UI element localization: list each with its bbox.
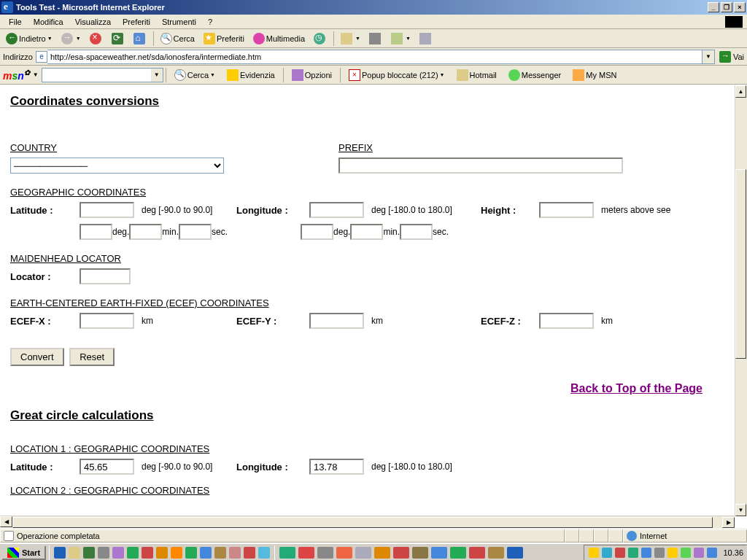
tray-icon-2[interactable] xyxy=(602,548,612,558)
ql-app3-icon[interactable] xyxy=(142,547,153,559)
msn-messenger-button[interactable]: Messenger xyxy=(504,68,565,82)
lat-min-input[interactable] xyxy=(129,224,162,240)
ecefz-input[interactable] xyxy=(539,313,594,329)
prefix-input[interactable] xyxy=(338,158,623,174)
ql-desktop-icon[interactable] xyxy=(83,547,95,559)
ecefy-input[interactable] xyxy=(309,313,364,329)
ql-app10-icon[interactable] xyxy=(244,547,255,559)
minimize-button[interactable]: _ xyxy=(708,2,719,12)
menu-edit[interactable]: Modifica xyxy=(28,16,69,28)
latitude-input[interactable] xyxy=(80,202,134,218)
task-excel-icon[interactable] xyxy=(279,547,295,559)
multimedia-button[interactable]: Multimedia xyxy=(249,31,309,47)
task-app6-icon[interactable] xyxy=(412,547,428,559)
scroll-up-button[interactable]: ▲ xyxy=(735,85,746,98)
locator-input[interactable] xyxy=(80,268,131,284)
menu-help[interactable]: ? xyxy=(202,16,218,28)
country-select[interactable]: ─────────── xyxy=(10,158,224,174)
lon-sec-input[interactable] xyxy=(400,224,433,240)
gc-lon-input[interactable] xyxy=(309,459,364,475)
ql-ie-icon[interactable] xyxy=(54,547,66,559)
ql-app6-icon[interactable] xyxy=(185,547,197,559)
tray-icon-10[interactable] xyxy=(707,548,717,558)
task-app3-icon[interactable] xyxy=(355,547,371,559)
tray-icon-5[interactable] xyxy=(641,548,651,558)
print-button[interactable] xyxy=(365,31,386,47)
msn-search-input[interactable] xyxy=(42,68,151,82)
scroll-thumb-h[interactable] xyxy=(12,517,713,528)
stop-button[interactable] xyxy=(86,31,107,47)
msn-mymsn-button[interactable]: My MSN xyxy=(568,68,621,82)
task-app1-icon[interactable] xyxy=(317,547,333,559)
menu-tools[interactable]: Strumenti xyxy=(156,16,202,28)
lat-deg-input[interactable] xyxy=(80,224,112,240)
scroll-down-button[interactable]: ▼ xyxy=(735,504,746,516)
close-button[interactable]: × xyxy=(734,2,746,12)
ql-explorer-icon[interactable] xyxy=(98,547,109,559)
clock[interactable]: 10.36 xyxy=(723,548,743,557)
ql-app2-icon[interactable] xyxy=(127,547,139,559)
tray-icon-8[interactable] xyxy=(681,548,691,558)
task-app4-icon[interactable] xyxy=(374,547,390,559)
lon-min-input[interactable] xyxy=(350,224,383,240)
ql-outlook-icon[interactable] xyxy=(69,547,80,559)
ecefx-input[interactable] xyxy=(80,313,134,329)
address-input[interactable] xyxy=(47,50,703,64)
convert-button[interactable]: Convert xyxy=(10,348,64,366)
ql-app5-icon[interactable] xyxy=(171,547,182,559)
start-button[interactable]: Start xyxy=(1,545,46,560)
back-to-top-link[interactable]: Back to Top of the Page xyxy=(570,382,703,394)
mail-button[interactable]: ▼ xyxy=(337,31,364,47)
msn-options-button[interactable]: Opzioni xyxy=(287,68,336,82)
scroll-right-button[interactable]: ▶ xyxy=(722,517,735,528)
history-button[interactable] xyxy=(310,31,330,47)
search-button[interactable]: Cerca xyxy=(157,31,198,47)
scroll-left-button[interactable]: ◀ xyxy=(0,516,12,527)
reset-button[interactable]: Reset xyxy=(69,348,115,366)
msn-search-button[interactable]: Cerca ▼ xyxy=(170,68,220,82)
lon-deg-input[interactable] xyxy=(301,224,333,240)
horizontal-scrollbar[interactable]: ◀ ▶ xyxy=(0,516,735,528)
tray-icon-4[interactable] xyxy=(628,548,638,558)
task-ie-icon[interactable] xyxy=(507,547,523,559)
menu-file[interactable]: File xyxy=(3,16,28,28)
address-dropdown[interactable]: ▼ xyxy=(703,50,715,64)
lat-sec-input[interactable] xyxy=(179,224,212,240)
ql-app8-icon[interactable] xyxy=(214,547,226,559)
task-app10-icon[interactable] xyxy=(488,547,504,559)
forward-button[interactable]: ▼ xyxy=(58,31,85,47)
ql-app11-icon[interactable] xyxy=(258,547,270,559)
edit-button[interactable]: ▼ xyxy=(387,31,414,47)
menu-favorites[interactable]: Preferiti xyxy=(117,16,156,28)
tray-icon-1[interactable] xyxy=(589,548,599,558)
ql-app7-icon[interactable] xyxy=(200,547,212,559)
refresh-button[interactable] xyxy=(108,31,128,47)
discuss-button[interactable] xyxy=(416,31,436,47)
height-input[interactable] xyxy=(539,202,594,218)
tray-icon-6[interactable] xyxy=(654,548,665,558)
scroll-thumb[interactable] xyxy=(735,169,746,359)
ql-app1-icon[interactable] xyxy=(112,547,124,559)
tray-icon-9[interactable] xyxy=(694,548,704,558)
msn-highlight-button[interactable]: Evidenzia xyxy=(222,68,279,82)
task-app7-icon[interactable] xyxy=(431,547,447,559)
task-app2-icon[interactable] xyxy=(336,547,352,559)
go-button[interactable]: Vai xyxy=(719,51,744,63)
ql-app9-icon[interactable] xyxy=(229,547,241,559)
vertical-scrollbar[interactable]: ▲ ▼ xyxy=(735,85,747,516)
tray-icon-7[interactable] xyxy=(667,548,678,558)
tray-icon-3[interactable] xyxy=(615,548,625,558)
maximize-button[interactable]: ❐ xyxy=(721,2,732,12)
favorites-button[interactable]: Preferiti xyxy=(200,31,248,47)
gc-lat-input[interactable] xyxy=(80,459,134,475)
task-app9-icon[interactable] xyxy=(469,547,485,559)
longitude-input[interactable] xyxy=(309,202,364,218)
back-button[interactable]: Indietro ▼ xyxy=(2,31,56,47)
home-button[interactable] xyxy=(130,31,150,47)
ql-app4-icon[interactable] xyxy=(156,547,168,559)
task-app5-icon[interactable] xyxy=(393,547,409,559)
menu-view[interactable]: Visualizza xyxy=(69,16,117,28)
msn-hotmail-button[interactable]: Hotmail xyxy=(452,68,501,82)
msn-search-dropdown[interactable]: ▼ xyxy=(151,68,163,82)
msn-popup-button[interactable]: × Popup bloccate (212) ▼ xyxy=(344,68,449,82)
